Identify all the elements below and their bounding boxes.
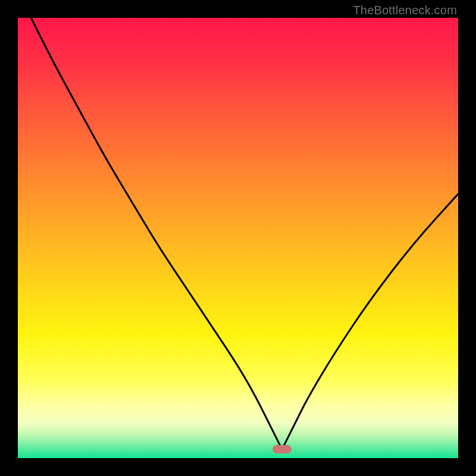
plot-area [18,18,458,458]
bottleneck-curve [18,18,458,458]
watermark-text: TheBottleneck.com [353,4,457,17]
minimum-marker [273,445,292,453]
chart-stage: TheBottleneck.com [0,0,476,476]
